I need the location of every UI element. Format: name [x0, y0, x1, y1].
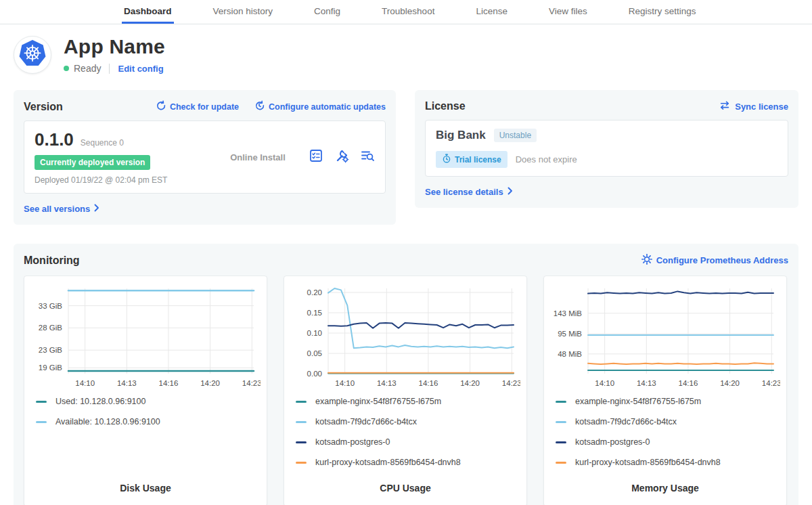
- version-card-title: Version: [24, 101, 63, 113]
- legend-dash: [556, 441, 566, 443]
- legend-dash: [296, 421, 307, 423]
- chart-title: CPU Usage: [290, 483, 520, 499]
- legend-dash: [36, 421, 47, 423]
- channel-badge: Unstable: [494, 129, 537, 142]
- disk-usage-legend: Used: 10.128.0.96:9100Available: 10.128.…: [30, 397, 261, 437]
- app-logo: [14, 36, 51, 74]
- svg-text:14:10: 14:10: [595, 379, 614, 387]
- tab-view-files[interactable]: View files: [547, 0, 589, 24]
- svg-text:14:16: 14:16: [419, 379, 438, 387]
- legend-dash: [296, 441, 307, 443]
- svg-text:14:10: 14:10: [335, 379, 355, 387]
- memory-usage-chart-card: 143 MiB95 MiB48 MiB14:1014:1314:1614:201…: [543, 276, 787, 505]
- clock-refresh-icon: [254, 100, 265, 113]
- legend-dash: [296, 401, 307, 403]
- legend-label: example-nginx-54f8f76755-l675m: [575, 397, 701, 406]
- divider: [109, 64, 110, 74]
- tab-config[interactable]: Config: [312, 0, 342, 24]
- install-type-label: Online Install: [207, 152, 309, 162]
- app-header: App Name Ready Edit config: [0, 24, 812, 83]
- legend-item: example-nginx-54f8f76755-l675m: [296, 397, 520, 406]
- legend-item: kotsadm-7f9dc7d66c-b4tcx: [296, 417, 520, 426]
- edit-config-link[interactable]: Edit config: [118, 64, 163, 74]
- legend-item: Used: 10.128.0.96:9100: [36, 397, 261, 406]
- legend-item: kotsadm-postgres-0: [556, 437, 780, 447]
- legend-label: kotsadm-7f9dc7d66c-b4tcx: [575, 417, 677, 426]
- deployed-badge: Currently deployed version: [35, 155, 150, 170]
- deployed-timestamp: Deployed 01/19/22 @ 02:04 pm EST: [35, 175, 207, 185]
- tab-troubleshoot[interactable]: Troubleshoot: [380, 0, 436, 24]
- svg-text:14:16: 14:16: [679, 379, 698, 387]
- cpu-usage-chart: 0.200.150.100.050.0014:1014:1314:1614:20…: [290, 283, 520, 390]
- configure-automatic-updates-button[interactable]: Configure automatic updates: [254, 100, 386, 113]
- legend-label: Available: 10.128.0.96:9100: [55, 417, 160, 426]
- legend-label: kotsadm-postgres-0: [575, 437, 650, 447]
- legend-label: kotsadm-7f9dc7d66c-b4tcx: [315, 417, 417, 426]
- svg-text:0.15: 0.15: [307, 309, 322, 317]
- legend-item: kotsadm-postgres-0: [296, 437, 520, 447]
- svg-text:0.20: 0.20: [307, 288, 322, 297]
- svg-text:0.05: 0.05: [307, 349, 322, 357]
- swap-arrows-icon: [719, 100, 731, 112]
- tab-dashboard[interactable]: Dashboard: [122, 0, 174, 24]
- tab-registry-settings[interactable]: Registry settings: [627, 0, 698, 24]
- cpu-usage-chart-card: 0.200.150.100.050.0014:1014:1314:1614:20…: [284, 276, 527, 505]
- see-all-versions-link[interactable]: See all versions: [24, 204, 99, 214]
- svg-text:14:23: 14:23: [242, 379, 261, 387]
- kubernetes-icon: [18, 39, 47, 70]
- legend-dash: [36, 401, 47, 403]
- svg-text:0.00: 0.00: [307, 370, 322, 378]
- see-license-details-link[interactable]: See license details: [425, 187, 513, 197]
- memory-usage-legend: example-nginx-54f8f76755-l675mkotsadm-7f…: [550, 397, 780, 478]
- kots-dashboard-page: DashboardVersion historyConfigTroublesho…: [0, 0, 812, 505]
- legend-item: example-nginx-54f8f76755-l675m: [556, 397, 780, 406]
- customer-name: Big Bank: [436, 129, 486, 142]
- legend-item: Available: 10.128.0.96:9100: [36, 417, 261, 426]
- svg-text:14:13: 14:13: [377, 379, 397, 387]
- tab-version-history[interactable]: Version history: [211, 0, 275, 24]
- chart-title: Disk Usage: [30, 483, 261, 499]
- svg-text:95 MiB: 95 MiB: [558, 330, 582, 338]
- legend-item: kurl-proxy-kotsadm-8569fb6454-dnvh8: [296, 458, 520, 467]
- sync-license-button[interactable]: Sync license: [719, 100, 788, 112]
- monitoring-title: Monitoring: [24, 255, 80, 267]
- legend-dash: [296, 462, 307, 464]
- stopwatch-icon: [442, 154, 451, 165]
- legend-item: kurl-proxy-kotsadm-8569fb6454-dnvh8: [556, 458, 780, 467]
- chevron-right-icon: [94, 204, 99, 214]
- preflight-checklist-icon[interactable]: [309, 148, 323, 166]
- gear-icon: [641, 254, 652, 267]
- chart-title: Memory Usage: [550, 483, 780, 499]
- version-card: Version Check for update: [14, 90, 396, 225]
- view-files-magnifier-icon[interactable]: [360, 148, 375, 166]
- configure-prometheus-button[interactable]: Configure Prometheus Address: [641, 254, 788, 267]
- tab-license[interactable]: License: [474, 0, 510, 24]
- check-for-update-button[interactable]: Check for update: [155, 100, 239, 113]
- config-wrench-gear-icon[interactable]: [334, 148, 349, 166]
- legend-dash: [556, 462, 566, 464]
- legend-label: kurl-proxy-kotsadm-8569fb6454-dnvh8: [315, 458, 461, 467]
- license-card-title: License: [425, 100, 466, 112]
- cpu-usage-legend: example-nginx-54f8f76755-l675mkotsadm-7f…: [290, 397, 520, 478]
- version-number: 0.1.0: [35, 129, 74, 150]
- refresh-icon: [155, 100, 166, 113]
- memory-usage-chart: 143 MiB95 MiB48 MiB14:1014:1314:1614:201…: [550, 283, 780, 390]
- disk-usage-chart-card: 33 GiB28 GiB23 GiB19 GiB14:1014:1314:161…: [24, 276, 267, 505]
- svg-text:143 MiB: 143 MiB: [554, 309, 583, 317]
- license-details-panel: Big Bank Unstable Trial l: [425, 120, 788, 177]
- legend-item: kotsadm-7f9dc7d66c-b4tcx: [556, 417, 780, 426]
- svg-text:48 MiB: 48 MiB: [558, 350, 582, 358]
- sequence-label: Sequence 0: [81, 138, 124, 148]
- svg-text:14:20: 14:20: [460, 379, 480, 387]
- svg-text:23 GiB: 23 GiB: [39, 346, 62, 354]
- svg-text:14:23: 14:23: [762, 379, 780, 387]
- status-dot: [64, 66, 69, 71]
- legend-label: example-nginx-54f8f76755-l675m: [315, 397, 441, 406]
- svg-text:33 GiB: 33 GiB: [39, 302, 62, 310]
- legend-label: kurl-proxy-kotsadm-8569fb6454-dnvh8: [575, 458, 721, 467]
- svg-text:14:10: 14:10: [75, 379, 95, 387]
- svg-text:28 GiB: 28 GiB: [39, 324, 62, 332]
- svg-text:14:20: 14:20: [200, 379, 220, 387]
- top-nav: DashboardVersion historyConfigTroublesho…: [0, 0, 812, 24]
- svg-text:14:20: 14:20: [720, 379, 740, 387]
